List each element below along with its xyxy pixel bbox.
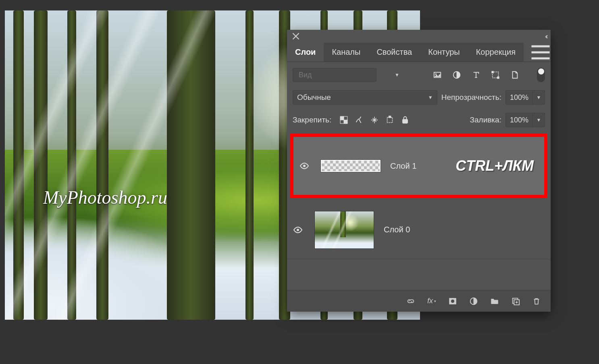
svg-point-14 — [303, 165, 306, 167]
tab-layers[interactable]: Слои — [287, 43, 324, 62]
filter-toggle[interactable] — [537, 68, 545, 82]
svg-rect-6 — [492, 71, 494, 73]
add-mask-icon[interactable] — [448, 297, 457, 306]
collapse-icon[interactable]: ‹‹ — [545, 32, 547, 41]
blend-mode-select[interactable]: Обычные ▼ — [293, 90, 437, 105]
filter-pixel-icon[interactable] — [433, 70, 442, 79]
filter-smartobject-icon[interactable] — [510, 70, 519, 79]
layer-list: Слой 1 CTRL+ЛКМ Слой 0 — [287, 131, 551, 290]
lock-all-icon[interactable] — [401, 116, 410, 124]
svg-rect-11 — [387, 118, 393, 123]
tab-adjustments[interactable]: Коррекция — [468, 43, 524, 62]
lock-image-icon[interactable] — [355, 116, 364, 124]
opacity-value[interactable]: 100% — [505, 90, 533, 105]
tab-paths[interactable]: Контуры — [420, 43, 468, 62]
layer-style-icon[interactable]: fx▾ — [427, 297, 436, 305]
svg-rect-7 — [497, 77, 499, 79]
lock-transparency-icon[interactable] — [339, 116, 348, 124]
panel-titlebar: ‹‹ — [287, 30, 551, 43]
tab-channels[interactable]: Каналы — [324, 43, 368, 62]
new-group-icon[interactable] — [490, 297, 499, 306]
svg-rect-10 — [344, 120, 347, 124]
svg-rect-13 — [403, 119, 408, 123]
layer-row[interactable]: Слой 1 CTRL+ЛКМ — [290, 134, 547, 198]
panel-menu-icon[interactable] — [530, 43, 551, 62]
opacity-input[interactable]: 100% ▼ — [505, 90, 545, 105]
layer-thumbnail[interactable] — [321, 160, 381, 172]
layers-panel: ‹‹ Слои Каналы Свойства Контуры Коррекци… — [287, 30, 551, 312]
fill-value[interactable]: 100% — [505, 113, 533, 127]
filter-type-icon[interactable] — [472, 70, 480, 79]
svg-point-15 — [297, 229, 299, 231]
chevron-down-icon[interactable]: ▼ — [533, 113, 545, 127]
panel-tabs: Слои Каналы Свойства Контуры Коррекция — [287, 43, 551, 62]
filter-shape-icon[interactable] — [491, 70, 500, 79]
svg-point-17 — [451, 299, 454, 303]
tab-properties[interactable]: Свойства — [368, 43, 420, 62]
layer-search[interactable]: ▼ — [293, 68, 376, 82]
blend-row: Обычные ▼ Непрозрачность: 100% ▼ — [287, 86, 551, 109]
visibility-toggle[interactable] — [297, 161, 311, 171]
chevron-down-icon: ▼ — [428, 95, 433, 100]
filter-adjustment-icon[interactable] — [452, 70, 461, 79]
chevron-down-icon: ▼ — [395, 72, 399, 78]
visibility-toggle[interactable] — [291, 225, 305, 235]
svg-rect-12 — [389, 116, 391, 118]
layer-row[interactable]: Слой 0 — [287, 201, 551, 259]
lock-artboard-icon[interactable] — [385, 116, 394, 124]
close-icon[interactable] — [291, 31, 301, 41]
panel-footer: fx▾ — [287, 290, 551, 312]
lock-position-icon[interactable] — [370, 116, 379, 124]
svg-point-3 — [435, 74, 437, 75]
chevron-down-icon[interactable]: ▼ — [533, 90, 545, 105]
link-layers-icon[interactable] — [406, 297, 415, 306]
new-layer-icon[interactable] — [511, 297, 520, 306]
watermark-text: MyPhotoshop.ru — [43, 187, 167, 208]
layer-search-input[interactable] — [299, 71, 392, 79]
lock-row: Закрепить: Заливка: 100% ▼ — [287, 109, 551, 131]
new-adjustment-icon[interactable] — [469, 297, 478, 306]
opacity-label: Непрозрачность: — [441, 93, 501, 102]
svg-rect-9 — [340, 116, 344, 120]
delete-layer-icon[interactable] — [532, 297, 541, 306]
layer-name[interactable]: Слой 1 — [390, 161, 416, 171]
fill-label: Заливка: — [470, 116, 501, 124]
fill-input[interactable]: 100% ▼ — [505, 113, 545, 127]
layer-thumbnail[interactable] — [314, 211, 374, 249]
lock-label: Закрепить: — [293, 116, 331, 124]
annotation-text: CTRL+ЛКМ — [455, 157, 536, 174]
filter-row: ▼ — [287, 62, 551, 86]
blend-mode-value: Обычные — [297, 93, 331, 102]
layer-name[interactable]: Слой 0 — [384, 225, 410, 234]
